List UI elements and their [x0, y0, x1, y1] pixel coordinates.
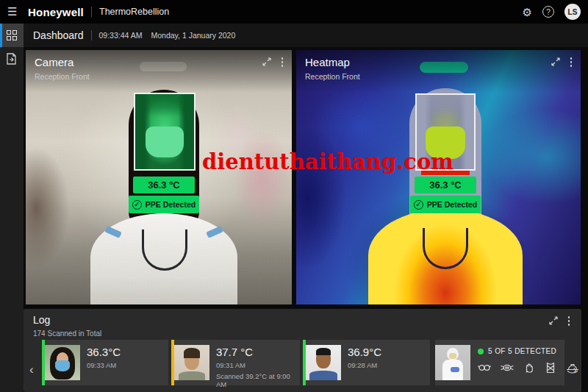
entry-time: 09:28 AM [348, 361, 381, 369]
carousel-left-icon[interactable]: ‹ [29, 363, 34, 376]
dashboard-grid-icon [7, 30, 17, 40]
divider [91, 30, 92, 40]
ppe-person-thumbnail [435, 345, 470, 380]
carousel-right-icon[interactable]: › [573, 363, 577, 376]
person-thumbnail [174, 345, 209, 380]
app-name: ThermoRebellion [99, 7, 169, 17]
report-icon [7, 53, 17, 65]
gear-icon[interactable]: ⚙ [523, 7, 532, 18]
gloves-icon [523, 362, 535, 374]
harness-icon [545, 362, 556, 374]
entry-temperature: 36.9°C [348, 346, 381, 358]
camera-title: Camera [35, 56, 283, 68]
mask-icon [501, 362, 514, 374]
dashboard-header: Dashboard 09:33:44 AM Monday, 1 January … [24, 24, 588, 47]
camera-panel: 36.3 °C ✓ PPE Detected Camera Reception … [26, 50, 292, 304]
camera-location: Reception Front [35, 72, 283, 81]
status-dot [478, 349, 484, 354]
kebab-menu-icon[interactable] [279, 57, 286, 67]
clock-date: Monday, 1 January 2020 [151, 31, 235, 40]
brand-logo: Honeywell [28, 6, 84, 18]
sidebar [0, 24, 24, 392]
ppe-detected-count: 5 OF 5 DETECTED [488, 347, 556, 355]
expand-icon[interactable] [551, 57, 560, 66]
log-entry[interactable]: 36.3°C 09:33 AM [42, 340, 168, 385]
entry-time: 09:33 AM [87, 361, 121, 369]
log-title: Log [33, 314, 50, 326]
log-entry-ppe[interactable]: 5 OF 5 DETECTED [435, 340, 564, 385]
sidebar-item-reports[interactable] [0, 47, 24, 71]
log-panel: Log 174 Scanned in Total ‹ 36.3°C 09:33 … [24, 309, 581, 392]
avatar[interactable]: LS [564, 4, 581, 20]
thermorebellion-app: ☰ Honeywell ThermoRebellion ⚙ ? LS Dashb… [0, 0, 588, 392]
goggles-icon [478, 362, 491, 374]
clock-time: 09:33:44 AM [99, 31, 143, 40]
entry-temperature: 37.7 °C [216, 346, 300, 358]
ppe-detected-badge: ✓ PPE Detected [129, 196, 199, 213]
heatmap-title: Heatmap [305, 56, 572, 68]
camera-panel-header: Camera Reception Front [26, 50, 292, 93]
check-icon: ✓ [414, 200, 423, 210]
entry-temperature: 36.3°C [87, 346, 121, 358]
expand-icon[interactable] [262, 57, 271, 66]
log-scanned-total: 174 Scanned in Total [33, 329, 101, 338]
person-thumbnail [306, 345, 341, 380]
face-mask-overlay [146, 126, 184, 157]
divider [91, 7, 92, 17]
sidebar-item-dashboard[interactable] [0, 24, 24, 47]
heatmap-panel: 36.3 °C ✓ PPE Detected Heatmap Reception… [296, 50, 581, 304]
content-area: 36.3 °C ✓ PPE Detected Camera Reception … [24, 47, 588, 392]
temperature-label: 36.3 °C [415, 177, 476, 193]
kebab-menu-icon[interactable] [565, 316, 573, 326]
heatmap-panel-header: Heatmap Reception Front [296, 50, 581, 93]
log-entry[interactable]: 36.9°C 09:28 AM [303, 340, 430, 385]
temperature-label: 36.3 °C [133, 177, 195, 193]
hamburger-menu-icon[interactable]: ☰ [7, 5, 24, 18]
top-bar: ☰ Honeywell ThermoRebellion ⚙ ? LS [0, 0, 588, 24]
ppe-detected-badge: ✓ PPE Detected [410, 196, 481, 213]
expand-icon[interactable] [549, 316, 558, 325]
help-icon[interactable]: ? [542, 6, 554, 18]
log-entry[interactable]: 37.7 °C 09:31 AM Scanned 39.2°C at 9:00 … [171, 340, 300, 385]
page-title: Dashboard [33, 29, 84, 41]
kebab-menu-icon[interactable] [567, 57, 575, 67]
entry-time: 09:31 AM [216, 361, 300, 369]
entry-note: Scanned 39.2°C at 9:00 AM [216, 372, 300, 388]
check-icon: ✓ [132, 200, 142, 210]
heatmap-location: Reception Front [305, 72, 572, 81]
face-bounding-box [134, 93, 196, 171]
person-thumbnail [45, 345, 80, 380]
watermark-text: dientuthaithang.com [202, 149, 453, 174]
